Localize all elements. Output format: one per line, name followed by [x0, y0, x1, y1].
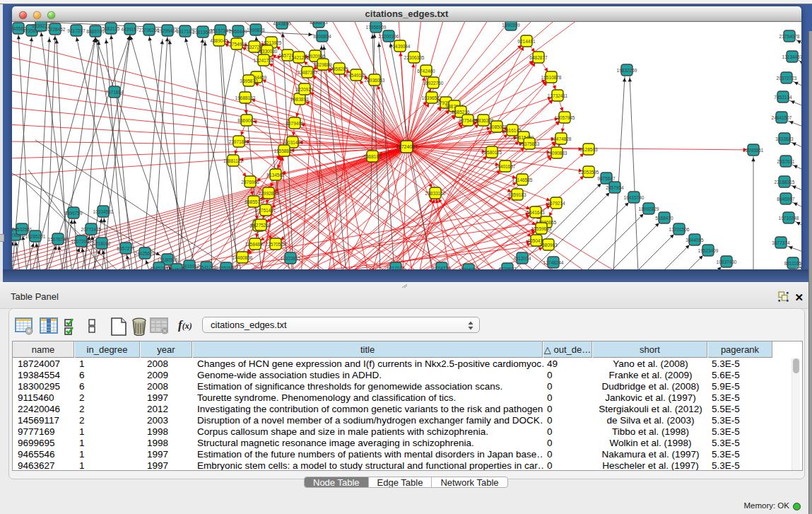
- svg-text:23706266: 23706266: [139, 28, 160, 33]
- svg-text:19832259: 19832259: [617, 68, 637, 73]
- svg-text:19299464: 19299464: [158, 28, 178, 33]
- svg-text:24090883: 24090883: [547, 151, 567, 156]
- svg-text:4112034: 4112034: [514, 256, 531, 261]
- svg-text:17956909: 17956909: [366, 25, 387, 30]
- svg-text:24549181: 24549181: [346, 73, 367, 78]
- svg-text:15375853: 15375853: [519, 141, 540, 146]
- svg-text:20772475: 20772475: [81, 227, 102, 232]
- svg-text:9983893: 9983893: [290, 97, 309, 102]
- svg-text:10334531: 10334531: [93, 209, 114, 214]
- svg-text:19836388: 19836388: [473, 118, 494, 123]
- svg-text:2457954: 2457954: [606, 185, 624, 190]
- svg-text:22474828: 22474828: [551, 136, 572, 141]
- svg-text:13748244: 13748244: [543, 260, 564, 265]
- svg-text:8811165: 8811165: [784, 261, 801, 266]
- svg-text:10837430: 10837430: [717, 259, 737, 264]
- svg-text:14460856: 14460856: [233, 255, 253, 260]
- svg-text:10323815: 10323815: [281, 256, 301, 261]
- svg-text:5682115: 5682115: [102, 26, 120, 31]
- svg-text:16510878: 16510878: [541, 75, 562, 80]
- svg-text:3644095: 3644095: [686, 238, 704, 243]
- svg-text:8336273: 8336273: [310, 22, 328, 25]
- svg-text:12920906: 12920906: [305, 54, 326, 59]
- svg-text:2537611: 2537611: [777, 159, 795, 164]
- svg-text:23936053: 23936053: [365, 78, 385, 83]
- svg-text:14401657: 14401657: [495, 164, 516, 169]
- svg-text:18992829: 18992829: [639, 206, 659, 211]
- svg-text:11881122: 11881122: [223, 158, 243, 163]
- svg-text:7452134: 7452134: [774, 95, 792, 100]
- svg-text:1999828: 1999828: [247, 28, 265, 33]
- svg-text:4439167: 4439167: [121, 27, 139, 32]
- svg-text:9875847: 9875847: [597, 176, 616, 181]
- svg-text:15157347: 15157347: [211, 28, 231, 33]
- svg-text:9214491: 9214491: [517, 39, 536, 44]
- svg-text:13146585: 13146585: [512, 177, 533, 182]
- svg-text:22330030: 22330030: [257, 49, 278, 54]
- svg-text:23971842: 23971842: [229, 139, 249, 144]
- svg-text:21439044: 21439044: [390, 44, 411, 49]
- svg-text:10057945: 10057945: [555, 115, 575, 120]
- svg-text:2876966: 2876966: [241, 180, 259, 185]
- svg-text:6482877: 6482877: [529, 55, 548, 60]
- svg-text:8359183: 8359183: [508, 192, 526, 197]
- svg-text:9958289: 9958289: [330, 66, 348, 71]
- svg-text:20580115: 20580115: [482, 150, 502, 155]
- svg-text:19688132: 19688132: [235, 95, 256, 100]
- svg-text:9217207: 9217207: [67, 28, 86, 33]
- svg-text:1218062: 1218062: [93, 241, 111, 246]
- svg-text:4143890: 4143890: [273, 22, 291, 26]
- svg-text:15076749: 15076749: [48, 237, 69, 242]
- svg-text:14275203: 14275203: [251, 223, 271, 228]
- svg-text:8369062: 8369062: [237, 118, 256, 123]
- svg-text:8806804: 8806804: [313, 34, 331, 39]
- svg-text:8646997: 8646997: [777, 197, 795, 201]
- svg-text:24641507: 24641507: [772, 115, 792, 120]
- svg-text:3395870: 3395870: [240, 78, 258, 83]
- svg-text:6357277: 6357277: [117, 246, 135, 251]
- svg-text:4389045: 4389045: [210, 38, 228, 43]
- svg-text:23487347: 23487347: [298, 70, 318, 75]
- svg-text:1890399: 1890399: [502, 23, 520, 28]
- svg-text:16072954: 16072954: [71, 239, 92, 244]
- svg-text:19523409: 19523409: [698, 248, 719, 253]
- svg-text:16396513: 16396513: [422, 95, 442, 100]
- svg-text:19285201: 19285201: [25, 234, 46, 239]
- svg-text:5641643: 5641643: [526, 210, 545, 215]
- svg-text:3917183: 3917183: [176, 29, 194, 34]
- svg-text:22992872: 22992872: [259, 191, 279, 196]
- svg-text:24425670: 24425670: [135, 251, 155, 256]
- svg-text:3677374: 3677374: [772, 240, 790, 245]
- svg-text:2580963: 2580963: [539, 243, 558, 247]
- svg-text:6742460: 6742460: [417, 69, 435, 74]
- svg-text:2066449: 2066449: [229, 29, 247, 34]
- svg-text:13134457: 13134457: [782, 54, 801, 59]
- svg-text:21200396: 21200396: [379, 34, 399, 39]
- svg-text:8396759: 8396759: [64, 211, 83, 216]
- svg-text:6368105: 6368105: [363, 154, 382, 159]
- svg-text:8079409: 8079409: [286, 121, 304, 126]
- svg-text:11558837: 11558837: [274, 148, 295, 153]
- svg-text:8029889: 8029889: [314, 62, 332, 67]
- svg-text:21754078: 21754078: [779, 34, 800, 39]
- svg-text:24532561: 24532561: [12, 227, 33, 232]
- svg-text:6128503: 6128503: [579, 147, 598, 152]
- svg-text:3333883: 3333883: [775, 136, 794, 141]
- svg-text:5685216: 5685216: [452, 110, 470, 115]
- svg-text:22306335: 22306335: [404, 55, 425, 60]
- svg-text:4679214: 4679214: [547, 201, 565, 206]
- svg-text:13241736: 13241736: [254, 58, 274, 63]
- svg-text:20031404: 20031404: [283, 140, 303, 145]
- svg-text:22570529: 22570529: [266, 242, 286, 247]
- svg-text:23833160: 23833160: [425, 191, 446, 196]
- svg-text:7671884: 7671884: [105, 90, 124, 95]
- svg-text:10228452: 10228452: [45, 27, 66, 32]
- svg-text:22093651: 22093651: [743, 148, 764, 153]
- svg-text:23188315: 23188315: [775, 180, 795, 185]
- svg-text:20372723: 20372723: [777, 76, 797, 81]
- svg-text:8685577: 8685577: [245, 199, 263, 204]
- svg-text:22053595: 22053595: [579, 170, 599, 175]
- svg-text:8134562: 8134562: [266, 173, 285, 177]
- svg-text:5188470: 5188470: [655, 216, 673, 221]
- svg-text:15180586: 15180586: [158, 257, 178, 262]
